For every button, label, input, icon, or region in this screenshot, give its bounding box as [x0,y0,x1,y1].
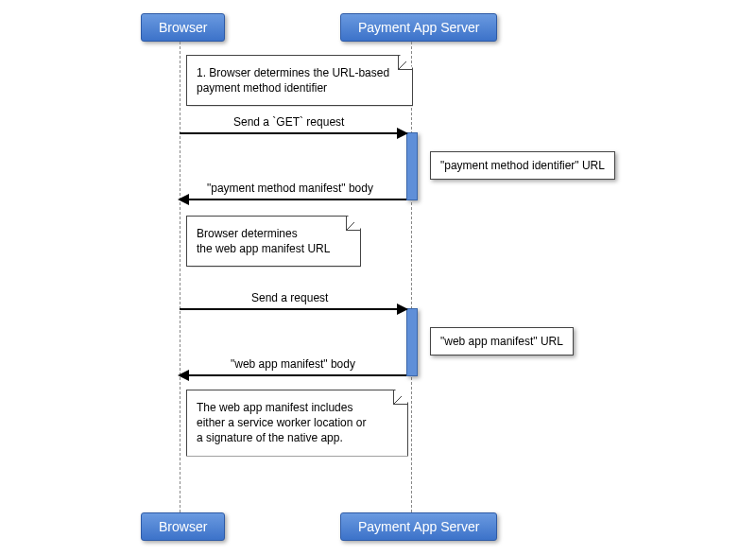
note-text: a signature of the native app. [197,431,343,444]
note-1: 1. Browser determines the URL-based paym… [186,55,413,106]
note-text: 1. Browser determines the URL-based [197,66,389,79]
actor-server-top: Payment App Server [340,13,497,42]
lifeline-server [411,42,412,512]
message-get-request [180,132,406,134]
lifeline-browser [180,42,180,512]
sequence-diagram: { "actors": { "browser": "Browser", "ser… [0,0,756,555]
message-manifest-body [180,199,406,200]
note-text: payment method identifier [197,81,327,95]
actor-browser-top: Browser [141,13,225,42]
activation-server-2 [406,308,418,376]
message-label: Send a request [251,291,328,304]
note-text: The web app manifest includes [197,401,352,414]
note-3: The web app manifest includes either a s… [186,390,408,457]
sidenote-2: "web app manifest" URL [430,327,574,356]
note-text: Browser determines [197,227,298,240]
note-2: Browser determines the web app manifest … [186,216,361,267]
actor-server-bottom: Payment App Server [340,512,497,541]
message-webapp-body [180,374,406,376]
activation-server-1 [406,132,418,200]
message-request [180,308,406,310]
note-text: either a service worker location or [197,416,366,429]
sidenote-1: "payment method identifier" URL [430,151,615,180]
message-label: "web app manifest" body [231,357,355,371]
message-label: "payment method manifest" body [207,182,373,195]
actor-browser-bottom: Browser [141,512,225,541]
note-text: the web app manifest URL [197,242,330,255]
message-label: Send a `GET` request [233,115,344,129]
